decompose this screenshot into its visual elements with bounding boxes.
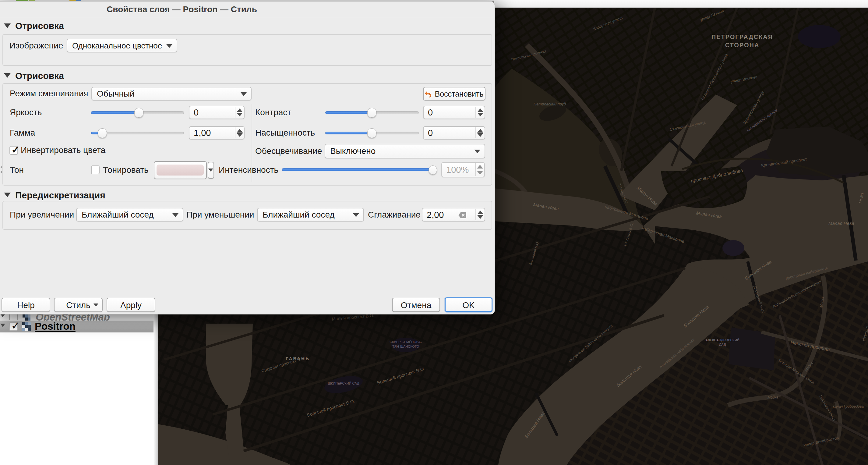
svg-text:САД: САД (719, 343, 726, 346)
svg-text:АЛЕКСАНДРОВСКИЙ: АЛЕКСАНДРОВСКИЙ (705, 338, 740, 342)
svg-text:ШКИПЕРСКИЙ САД: ШКИПЕРСКИЙ САД (328, 381, 360, 385)
svg-text:канал Грибоедова: канал Грибоедова (833, 404, 864, 409)
svg-text:Петровский пруд: Петровский пруд (534, 102, 566, 106)
svg-text:ТЯН-ШАНСКОГО: ТЯН-ШАНСКОГО (392, 345, 420, 348)
svg-text:Малая Нева: Малая Нева (828, 221, 854, 226)
svg-text:ПЕТРОГРАДСКАЯ: ПЕТРОГРАДСКАЯ (711, 33, 773, 40)
svg-text:СТОРОНА: СТОРОНА (725, 42, 760, 49)
svg-text:ГАВАНЬ: ГАВАНЬ (286, 356, 310, 361)
svg-text:СКВЕР СЕМЁНОВА-: СКВЕР СЕМЁНОВА- (390, 340, 422, 344)
svg-text:Мойка: Мойка (768, 395, 778, 400)
